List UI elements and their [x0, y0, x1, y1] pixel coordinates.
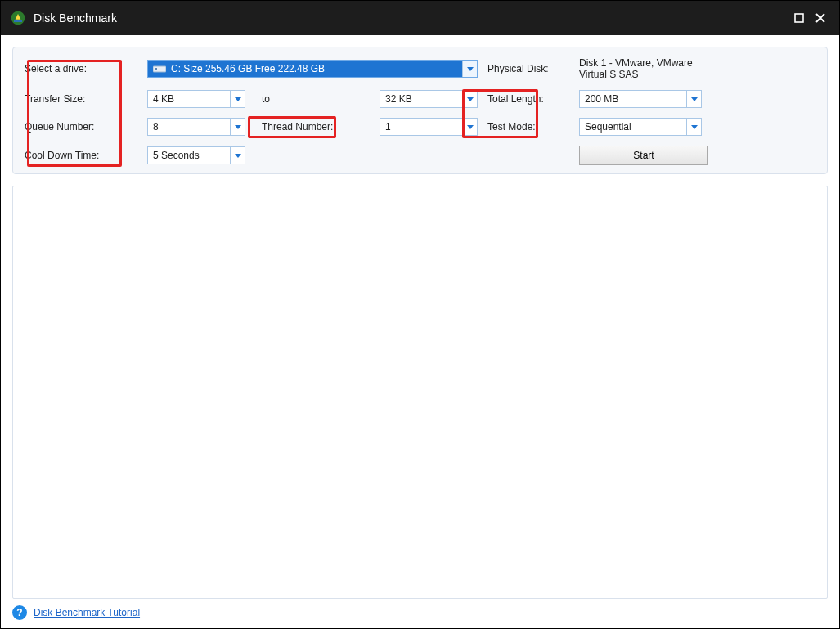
label-thread-number: Thread Number:: [255, 121, 370, 133]
help-icon: ?: [12, 605, 27, 620]
label-total-length: Total Length:: [487, 93, 569, 105]
svg-rect-2: [795, 14, 803, 22]
label-test-mode: Test Mode:: [487, 121, 569, 133]
drive-select[interactable]: C: Size 255.46 GB Free 222.48 GB: [147, 60, 478, 78]
footer: ? Disk Benchmark Tutorial: [12, 605, 828, 620]
transfer-to-value: 32 KB: [385, 93, 412, 105]
label-select-drive: Select a drive:: [25, 63, 137, 74]
svg-rect-4: [155, 68, 157, 70]
cool-down-select[interactable]: 5 Seconds: [147, 146, 245, 164]
chevron-down-icon: [686, 119, 701, 135]
transfer-from-value: 4 KB: [153, 93, 174, 105]
label-to: to: [255, 93, 370, 105]
app-icon: [9, 9, 27, 27]
label-physical-disk: Physical Disk:: [487, 63, 569, 74]
physical-disk-value: Disk 1 - VMware, VMware Virtual S SAS: [579, 57, 710, 80]
drive-icon: [153, 65, 166, 74]
queue-number-select[interactable]: 8: [147, 118, 245, 136]
thread-number-select[interactable]: 1: [380, 118, 478, 136]
close-button[interactable]: [810, 7, 831, 29]
chevron-down-icon: [230, 119, 245, 135]
start-button[interactable]: Start: [579, 146, 708, 165]
chevron-down-icon: [686, 91, 701, 107]
results-area: [12, 186, 828, 599]
label-queue-number: Queue Number:: [25, 121, 137, 133]
total-length-select[interactable]: 200 MB: [579, 90, 702, 108]
total-length-value: 200 MB: [585, 93, 618, 105]
transfer-size-from-select[interactable]: 4 KB: [147, 90, 245, 108]
chevron-down-icon: [230, 91, 245, 107]
maximize-button[interactable]: [788, 7, 810, 29]
svg-rect-1: [14, 20, 22, 23]
settings-panel: Select a drive: C: Size 255.46 GB Free 2…: [12, 47, 828, 174]
cool-down-value: 5 Seconds: [153, 150, 200, 161]
transfer-size-to-select[interactable]: 32 KB: [380, 90, 478, 108]
test-mode-select[interactable]: Sequential: [579, 118, 702, 136]
window-title: Disk Benchmark: [34, 11, 117, 25]
title-bar: Disk Benchmark: [1, 1, 839, 35]
label-cool-down: Cool Down Time:: [25, 150, 137, 161]
tutorial-link[interactable]: Disk Benchmark Tutorial: [34, 607, 140, 618]
label-transfer-size: Transfer Size:: [25, 93, 137, 105]
chevron-down-icon: [462, 119, 477, 135]
dropdown-arrow-icon: [462, 61, 477, 77]
queue-number-value: 8: [153, 121, 159, 133]
thread-number-value: 1: [385, 121, 391, 133]
app-body: Select a drive: C: Size 255.46 GB Free 2…: [1, 35, 839, 628]
test-mode-value: Sequential: [585, 121, 631, 133]
chevron-down-icon: [230, 147, 245, 164]
chevron-down-icon: [462, 91, 477, 107]
drive-select-text: C: Size 255.46 GB Free 222.48 GB: [171, 63, 462, 74]
